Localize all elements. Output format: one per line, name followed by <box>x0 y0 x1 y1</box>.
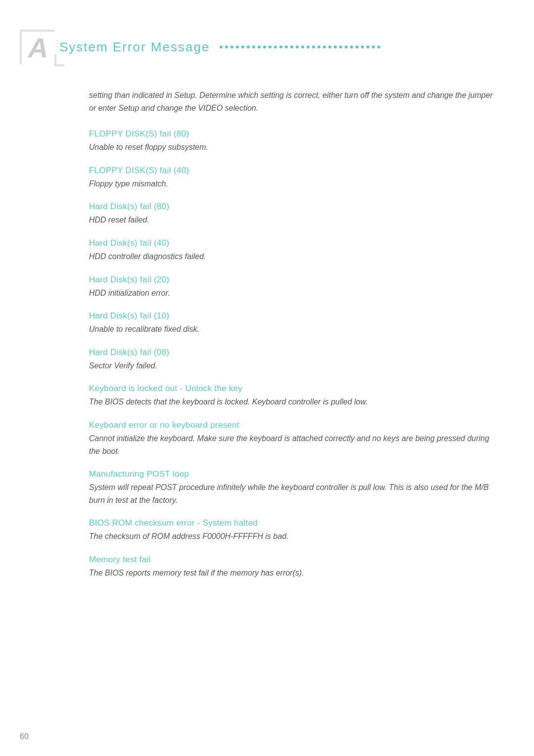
header-dot <box>301 45 304 48</box>
header-dot <box>285 45 288 48</box>
header-dot <box>236 45 239 48</box>
error-section: Hard Disk(s) fail (20)HDD initialization… <box>89 275 494 300</box>
header-dot <box>274 45 277 48</box>
errors-list: FLOPPY DISK(S) fail (80)Unable to reset … <box>89 129 494 579</box>
header-dot <box>339 45 342 48</box>
header-dot <box>366 45 369 48</box>
error-description: Floppy type mismatch. <box>89 178 494 190</box>
header-dot <box>323 45 326 48</box>
error-title: FLOPPY DISK(S) fail (40) <box>89 166 494 176</box>
error-title: Keyboard is locked out - Unlock the key <box>89 384 494 394</box>
header-dot <box>350 45 353 48</box>
page-container: A System Error Message setting than indi… <box>0 0 534 756</box>
chapter-letter: A <box>28 34 48 62</box>
header-dot <box>268 45 271 48</box>
error-section: BIOS ROM checksum error - System haltedT… <box>89 518 494 543</box>
header-dot <box>258 45 261 48</box>
error-section: Hard Disk(s) fail (40)HDD controller dia… <box>89 238 494 263</box>
error-section: Keyboard error or no keyboard presentCan… <box>89 420 494 457</box>
header-dot <box>328 45 331 48</box>
header-dot <box>296 45 299 48</box>
header-dot <box>279 45 282 48</box>
header-dot <box>317 45 320 48</box>
page-header: A System Error Message <box>0 20 534 74</box>
header-dot <box>230 45 233 48</box>
error-title: Hard Disk(s) fail (20) <box>89 275 494 285</box>
header-dot <box>307 45 310 48</box>
header-dot <box>361 45 364 48</box>
chapter-letter-box: A <box>20 30 54 64</box>
header-dot <box>220 45 222 48</box>
header-dot <box>263 45 266 48</box>
header-dot <box>334 45 337 48</box>
error-title: Keyboard error or no keyboard present <box>89 420 494 430</box>
error-description: Cannot initialize the keyboard. Make sur… <box>89 432 494 457</box>
header-dot <box>247 45 250 48</box>
header-title-area: System Error Message <box>59 40 504 55</box>
error-section: Memory test failThe BIOS reports memory … <box>89 555 494 579</box>
error-title: FLOPPY DISK(S) fail (80) <box>89 129 494 139</box>
error-section: Keyboard is locked out - Unlock the keyT… <box>89 384 494 408</box>
header-dot <box>377 45 380 48</box>
header-dot <box>225 45 228 48</box>
error-description: Unable to reset floppy subsystem. <box>89 141 494 154</box>
page-content: setting than indicated in Setup. Determi… <box>0 89 534 579</box>
error-description: Sector Verify failed. <box>89 359 494 372</box>
error-title: Hard Disk(s) fail (10) <box>89 311 494 321</box>
error-section: FLOPPY DISK(S) fail (40)Floppy type mism… <box>89 166 494 190</box>
error-title: Hard Disk(s) fail (08) <box>89 348 494 357</box>
header-dot <box>345 45 348 48</box>
header-dot <box>356 45 358 48</box>
header-dot <box>312 45 315 48</box>
error-title: Hard Disk(s) fail (40) <box>89 238 494 248</box>
header-dot <box>252 45 255 48</box>
error-section: Hard Disk(s) fail (10)Unable to recalibr… <box>89 311 494 336</box>
error-description: The BIOS reports memory test fail if the… <box>89 567 494 579</box>
header-dot <box>290 45 293 48</box>
error-description: System will repeat POST procedure infini… <box>89 481 494 506</box>
error-description: HDD initialization error. <box>89 287 494 300</box>
error-description: The BIOS detects that the keyboard is lo… <box>89 396 494 408</box>
error-description: HDD controller diagnostics failed. <box>89 250 494 263</box>
error-description: HDD reset failed. <box>89 214 494 226</box>
chapter-title: System Error Message <box>59 40 210 55</box>
error-title: Manufacturing POST loop <box>89 469 494 479</box>
error-title: Memory test fail <box>89 555 494 565</box>
error-section: Hard Disk(s) fail (08)Sector Verify fail… <box>89 348 494 372</box>
header-dot <box>372 45 375 48</box>
error-title: Hard Disk(s) fail (80) <box>89 202 494 212</box>
intro-paragraph: setting than indicated in Setup. Determi… <box>89 89 494 114</box>
header-decoration <box>220 45 504 48</box>
header-dot <box>241 45 244 48</box>
error-title: BIOS ROM checksum error - System halted <box>89 518 494 528</box>
error-description: Unable to recalibrate fixed disk. <box>89 323 494 336</box>
error-section: Hard Disk(s) fail (80)HDD reset failed. <box>89 202 494 226</box>
error-description: The checksum of ROM address F0000H-FFFFF… <box>89 530 494 543</box>
error-section: Manufacturing POST loopSystem will repea… <box>89 469 494 506</box>
error-section: FLOPPY DISK(S) fail (80)Unable to reset … <box>89 129 494 154</box>
page-number: 60 <box>20 732 29 741</box>
